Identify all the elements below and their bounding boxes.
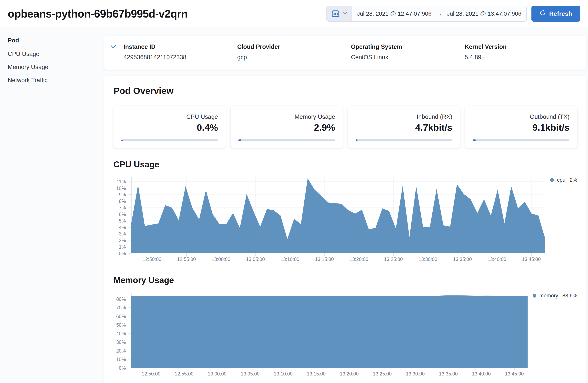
metadata-field-label: Cloud Provider bbox=[237, 43, 351, 50]
x-tick-label: 13:00:00 bbox=[208, 371, 227, 377]
arrow-right-icon: → bbox=[436, 10, 442, 17]
y-tick-mark bbox=[128, 316, 131, 316]
refresh-button[interactable]: Refresh bbox=[531, 6, 580, 22]
metadata-field-value: CentOS Linux bbox=[351, 54, 465, 61]
page-title: opbeans-python-69b67b995d-v2qrn bbox=[8, 7, 188, 20]
date-range-picker[interactable]: Jul 28, 2021 @ 12:47:07.906 → Jul 28, 20… bbox=[326, 6, 527, 22]
sidebar-item-network-traffic[interactable]: Network Traffic bbox=[8, 77, 104, 84]
x-tick-label: 13:35:00 bbox=[453, 256, 472, 262]
metric-card-outbound-tx-: Outbound (TX)9.1kbit/s bbox=[465, 106, 577, 148]
y-tick-label: 60% bbox=[116, 313, 126, 319]
metric-card-label: Outbound (TX) bbox=[473, 114, 569, 120]
main-column: Instance ID4295368814211072338Cloud Prov… bbox=[104, 27, 587, 383]
x-tick-mark bbox=[186, 253, 187, 256]
y-tick-label: 0% bbox=[119, 251, 126, 256]
date-range-text[interactable]: Jul 28, 2021 @ 12:47:07.906 → Jul 28, 20… bbox=[352, 6, 526, 21]
y-tick-label: 0% bbox=[119, 365, 126, 371]
x-tick-mark bbox=[290, 253, 290, 256]
sidebar-item-cpu-usage[interactable]: CPU Usage bbox=[8, 51, 104, 57]
y-tick-label: 2% bbox=[119, 238, 126, 243]
metadata-field-label: Kernel Version bbox=[465, 43, 578, 50]
x-tick-mark bbox=[359, 253, 359, 256]
y-tick-label: 70% bbox=[116, 305, 126, 310]
x-tick-mark bbox=[481, 368, 482, 370]
pod-overview-panel: Pod Overview CPU Usage0.4%Memory Usage2.… bbox=[104, 76, 587, 383]
y-tick-label: 11% bbox=[117, 179, 126, 184]
pod-overview-title: Pod Overview bbox=[113, 85, 577, 96]
cpu-usage-section: CPU Usage 0%1%2%3%4%5%6%7%8%9%10%11%12:5… bbox=[113, 160, 577, 263]
date-end[interactable]: Jul 28, 2021 @ 13:47:07.906 bbox=[447, 10, 521, 17]
x-tick-label: 13:15:00 bbox=[315, 256, 334, 262]
y-tick-label: 3% bbox=[119, 231, 126, 237]
y-axis: 0%1%2%3%4%5%6%7%8%9%10%11% bbox=[113, 177, 131, 253]
x-tick-label: 13:30:00 bbox=[406, 371, 425, 377]
legend-series-value: 83.6% bbox=[562, 293, 577, 299]
plot-area: 12:50:0012:55:0013:00:0013:05:0013:10:00… bbox=[131, 293, 527, 378]
metric-card-cpu-usage: CPU Usage0.4% bbox=[113, 106, 226, 148]
metric-card-progress-track bbox=[238, 139, 335, 141]
memory-usage-chart: 0%10%20%30%40%50%60%70%80%12:50:0012:55:… bbox=[113, 293, 577, 378]
y-tick-mark bbox=[128, 188, 131, 188]
x-tick-label: 13:25:00 bbox=[384, 256, 403, 262]
metric-card-label: Memory Usage bbox=[238, 114, 335, 120]
y-tick-mark bbox=[128, 181, 131, 182]
cpu-usage-chart: 0%1%2%3%4%5%6%7%8%9%10%11%12:50:0012:55:… bbox=[113, 177, 577, 263]
metadata-field: Cloud Providergcp bbox=[237, 43, 351, 61]
legend-series-name[interactable]: cpu bbox=[557, 177, 566, 183]
legend-series-value: 2% bbox=[570, 177, 577, 183]
x-tick-label: 12:50:00 bbox=[143, 256, 161, 262]
metadata-field: Operating SystemCentOS Linux bbox=[351, 43, 465, 61]
x-tick-label: 13:45:00 bbox=[505, 371, 524, 377]
y-tick-label: 40% bbox=[116, 331, 126, 336]
cpu-chart-title: CPU Usage bbox=[113, 160, 577, 169]
date-start[interactable]: Jul 28, 2021 @ 12:47:07.906 bbox=[357, 10, 431, 17]
legend-series-name[interactable]: memory bbox=[539, 293, 558, 299]
y-tick-mark bbox=[128, 240, 131, 240]
calendar-icon bbox=[331, 9, 340, 19]
x-tick-mark bbox=[250, 368, 250, 370]
metadata-field-value: 5.4.89+ bbox=[465, 54, 578, 61]
y-tick-label: 20% bbox=[116, 348, 126, 353]
x-tick-mark bbox=[324, 253, 325, 256]
y-tick-mark bbox=[128, 233, 131, 234]
x-tick-label: 12:55:00 bbox=[175, 371, 193, 377]
sidebar-item-memory-usage[interactable]: Memory Usage bbox=[8, 64, 104, 71]
y-tick-mark bbox=[128, 194, 131, 195]
x-axis: 12:50:0012:55:0013:00:0013:05:0013:10:00… bbox=[131, 368, 527, 378]
metadata-collapse-chevron-icon[interactable] bbox=[110, 45, 117, 50]
refresh-label: Refresh bbox=[549, 10, 572, 17]
x-tick-label: 13:10:00 bbox=[280, 256, 299, 262]
quick-select-button[interactable] bbox=[327, 6, 352, 21]
x-tick-mark bbox=[382, 368, 382, 370]
x-tick-mark bbox=[283, 368, 283, 370]
page-header: opbeans-python-69b67b995d-v2qrn bbox=[0, 0, 588, 27]
metric-card-label: Inbound (RX) bbox=[356, 114, 452, 120]
metric-card-value: 0.4% bbox=[121, 122, 218, 133]
x-tick-mark bbox=[393, 253, 394, 256]
legend-series-dot-icon bbox=[533, 294, 536, 298]
y-tick-label: 30% bbox=[116, 339, 126, 345]
y-tick-mark bbox=[128, 247, 131, 247]
y-tick-mark bbox=[128, 208, 131, 208]
y-tick-label: 10% bbox=[116, 357, 126, 362]
memory-usage-section: Memory Usage 0%10%20%30%40%50%60%70%80%1… bbox=[113, 275, 577, 378]
metadata-field-label: Operating System bbox=[351, 43, 465, 50]
x-tick-label: 13:45:00 bbox=[522, 256, 541, 262]
y-tick-label: 8% bbox=[119, 198, 126, 204]
x-tick-mark bbox=[415, 368, 415, 370]
memory-chart-title: Memory Usage bbox=[113, 275, 577, 285]
sidebar-nav: Pod CPU UsageMemory UsageNetwork Traffic bbox=[8, 27, 104, 383]
x-tick-mark bbox=[462, 253, 462, 256]
metric-card-value: 9.1kbit/s bbox=[473, 122, 569, 133]
metric-card-memory-usage: Memory Usage2.9% bbox=[231, 106, 343, 148]
y-tick-mark bbox=[128, 307, 131, 308]
x-tick-label: 13:20:00 bbox=[350, 256, 368, 262]
y-tick-mark bbox=[128, 325, 131, 325]
x-tick-label: 13:05:00 bbox=[241, 371, 259, 377]
plot-area: 12:50:0012:55:0013:00:0013:05:0013:10:00… bbox=[131, 177, 545, 263]
refresh-icon bbox=[540, 10, 546, 18]
y-tick-mark bbox=[128, 201, 131, 201]
y-tick-mark bbox=[128, 214, 131, 214]
y-tick-mark bbox=[128, 333, 131, 334]
metric-card-value: 4.7kbit/s bbox=[356, 122, 452, 133]
